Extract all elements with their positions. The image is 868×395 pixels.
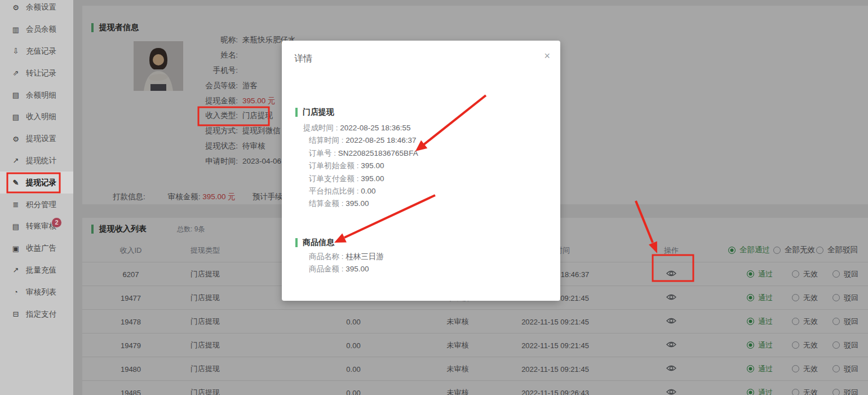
sidebar-item-label: 指定支付 [26,309,56,319]
sidebar-item-label: 充值记录 [26,46,56,56]
modal-line-label: 商品金额 : [309,265,346,273]
sidebar-item-提现设置[interactable]: ⚙提现设置 [0,128,73,150]
pen-icon: ✎ [11,178,20,187]
sidebar-item-充值记录[interactable]: ⇩充值记录 [0,41,73,63]
pay-icon: ⊟ [11,310,20,318]
modal-line-订单支付金额: 订单支付金额 : 395.00 [295,173,418,185]
chart-icon: ↗ [11,156,20,165]
sidebar-item-提现记录[interactable]: ✎提现记录 [0,172,73,194]
modal-line-value: 395.00 [346,265,369,273]
coins-icon: ≣ [11,200,20,209]
modal-line-label: 订单支付金额 : [309,174,361,183]
notification-badge: 2 [52,218,61,227]
modal-line-平台扣点比例: 平台扣点比例 : 0.00 [295,185,418,198]
modal-line-value: 395.00 [361,161,384,170]
sidebar-item-label: 余额明细 [26,90,56,100]
section-accent-bar [295,108,298,117]
sidebar-item-转让记录[interactable]: ⇗转让记录 [0,62,73,84]
sidebar-item-label: 转让记录 [26,68,56,78]
modal-line-提成时间: 提成时间 : 2022-08-25 18:36:55 [295,122,418,134]
sidebar-item-收益广告[interactable]: ▣收益广告 [0,238,73,260]
modal-line-value: 395.00 [346,199,369,208]
chart-icon: ↗ [11,266,20,274]
transfer-icon: ⇗ [11,69,20,77]
product-info-lines: 商品名称 : 桂林三日游商品金额 : 395.00 [295,251,384,276]
image-icon: ▣ [11,244,20,253]
modal-title: 详情 [294,53,312,65]
store-withdraw-section-header: 门店提现 [295,107,334,117]
store-withdraw-lines: 提成时间 : 2022-08-25 18:36:55结算时间 : 2022-08… [295,122,418,210]
modal-line-订单号: 订单号 : SN2208251836765BFA [295,147,418,160]
modal-line-value: 0.00 [361,187,375,195]
modal-line-label: 提成时间 : [303,124,340,132]
sidebar-item-label: 提现记录 [26,178,56,188]
detail-modal: 详情 × 门店提现 提成时间 : 2022-08-25 18:36:55结算时间… [282,41,560,301]
sidebar-item-批量充值[interactable]: ↗批量充值 [0,260,73,282]
sidebar-item-label: 提现统计 [26,156,56,166]
close-icon[interactable]: × [544,51,550,61]
sidebar-item-提现统计[interactable]: ↗提现统计 [0,150,73,172]
gear-icon: ⚙ [11,135,20,143]
file-icon: ▤ [11,113,20,121]
modal-line-value: SN2208251836765BFA [338,149,418,157]
modal-line-label: 订单号 : [309,149,338,157]
download-icon: ⇩ [11,47,20,55]
sidebar-item-label: 收入明细 [26,112,56,122]
product-info-section-header: 商品信息 [295,238,334,248]
sidebar-item-label: 会员余额 [26,24,56,34]
sidebar-item-会员余额[interactable]: ▥会员余额 [0,19,73,41]
sidebar-item-余额明细[interactable]: ▤余额明细 [0,84,73,106]
file-icon: ▤ [11,222,20,231]
modal-line-结算金额: 结算金额 : 395.00 [295,198,418,210]
sidebar-menu: ⚙余额设置▥会员余额⇩充值记录⇗转让记录▤余额明细▤收入明细⚙提现设置↗提现统计… [0,0,73,325]
modal-line-订单初始金额: 订单初始金额 : 395.00 [295,160,418,172]
sidebar-item-label: 审核列表 [26,287,56,297]
modal-line-value: 2022-08-25 18:46:37 [346,136,416,144]
sidebar-item-转账审核[interactable]: ▤转账审核2 [0,216,73,238]
modal-line-商品金额: 商品金额 : 395.00 [295,263,384,275]
gear-icon: ⚙ [11,3,20,12]
sidebar-item-label: 批量充值 [26,265,56,275]
sidebar-item-积分管理[interactable]: ≣积分管理 [0,194,73,216]
sidebar-item-余额设置[interactable]: ⚙余额设置 [0,0,73,19]
sidebar: ⚙余额设置▥会员余额⇩充值记录⇗转让记录▤余额明细▤收入明细⚙提现设置↗提现统计… [0,0,73,395]
dashboard-icon: ◔ [11,288,20,296]
modal-line-value: 2022-08-25 18:36:55 [340,124,410,132]
file-icon: ▤ [11,91,20,99]
sidebar-item-label: 余额设置 [26,2,56,12]
modal-line-label: 结算时间 : [309,136,346,144]
sidebar-item-审核列表[interactable]: ◔审核列表 [0,281,73,303]
modal-line-label: 订单初始金额 : [309,161,361,170]
modal-line-label: 商品名称 : [309,252,346,261]
sidebar-item-收入明细[interactable]: ▤收入明细 [0,106,73,128]
modal-line-value: 395.00 [361,174,384,183]
modal-line-value: 桂林三日游 [346,252,384,261]
modal-line-label: 平台扣点比例 : [309,187,361,195]
sidebar-item-label: 提现设置 [26,134,56,144]
sidebar-item-label: 积分管理 [26,200,56,210]
sidebar-item-指定支付[interactable]: ⊟指定支付 [0,303,73,325]
modal-line-label: 结算金额 : [309,199,346,208]
sidebar-item-label: 收益广告 [26,243,56,253]
section-accent-bar [295,238,298,247]
modal-line-商品名称: 商品名称 : 桂林三日游 [295,251,384,263]
book-icon: ▥ [11,25,20,34]
modal-line-结算时间: 结算时间 : 2022-08-25 18:46:37 [295,134,418,147]
